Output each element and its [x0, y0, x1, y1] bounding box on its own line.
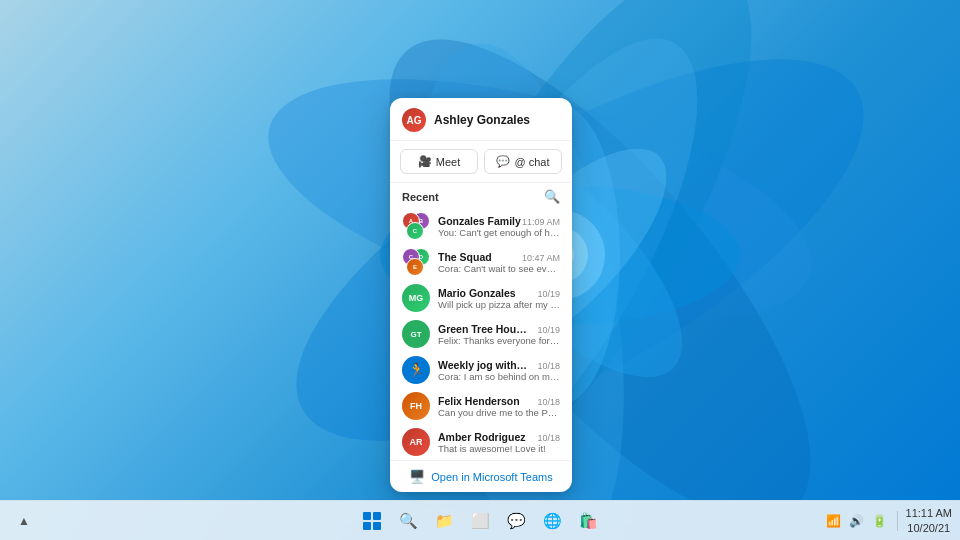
- message-time: 10/18: [537, 397, 560, 407]
- chat-item-content: Felix Henderson 10/18 Can you drive me t…: [438, 395, 560, 418]
- chat-item-content: Mario Gonzales 10/19 Will pick up pizza …: [438, 287, 560, 310]
- meet-button[interactable]: 🎥 Meet: [400, 149, 478, 174]
- message-time: 10:47 AM: [522, 253, 560, 263]
- contact-name: Green Tree House PTA: [438, 323, 528, 335]
- contact-avatar: 🏃: [402, 356, 430, 384]
- open-teams-button[interactable]: 🖥️ Open in Microsoft Teams: [390, 460, 572, 492]
- tray-icons: 📶 🔊 🔋: [824, 512, 889, 530]
- message-preview: Felix: Thanks everyone for attending tod…: [438, 335, 560, 346]
- tray-divider: [897, 511, 898, 531]
- teams-icon: 🖥️: [409, 469, 425, 484]
- recent-header: Recent 🔍: [390, 183, 572, 208]
- battery-icon[interactable]: 🔋: [870, 512, 889, 530]
- message-time: 11:09 AM: [522, 217, 560, 227]
- message-time: 10/18: [537, 433, 560, 443]
- contact-name: Felix Henderson: [438, 395, 520, 407]
- meet-label: Meet: [436, 156, 460, 168]
- group-avatar: C D E: [402, 248, 430, 276]
- chat-item-content: The Squad 10:47 AM Cora: Can't wait to s…: [438, 251, 560, 274]
- wifi-icon[interactable]: 📶: [824, 512, 843, 530]
- contact-name: Amber Rodriguez: [438, 431, 526, 443]
- message-time: 10/19: [537, 289, 560, 299]
- conversation-list: A B C Gonzales Family 11:09 AM You: Can'…: [390, 208, 572, 460]
- recent-label: Recent: [402, 191, 439, 203]
- group-avatar: A B C: [402, 212, 430, 240]
- chat-item-content: Weekly jog with Cora 10/18 Cora: I am so…: [438, 359, 560, 382]
- contact-name: Mario Gonzales: [438, 287, 516, 299]
- contact-avatar: FH: [402, 392, 430, 420]
- snap-layouts-button[interactable]: ⬜: [464, 505, 496, 537]
- message-preview: You: Can't get enough of her.: [438, 227, 560, 238]
- chat-icon: 💬: [496, 155, 510, 168]
- list-item[interactable]: C D E The Squad 10:47 AM Cora: Can't wai…: [390, 244, 572, 280]
- message-preview: Can you drive me to the PTA today?: [438, 407, 560, 418]
- list-item[interactable]: AR Amber Rodriguez 10/18 That is awesome…: [390, 424, 572, 460]
- start-button[interactable]: [356, 505, 388, 537]
- edge-button[interactable]: 🌐: [536, 505, 568, 537]
- contact-name: The Squad: [438, 251, 492, 263]
- message-preview: Cora: Can't wait to see everyone!: [438, 263, 560, 274]
- contact-avatar: MG: [402, 284, 430, 312]
- system-tray: 📶 🔊 🔋 11:11 AM 10/20/21: [824, 506, 960, 535]
- contact-avatar: AR: [402, 428, 430, 456]
- chat-item-content: Amber Rodriguez 10/18 That is awesome! L…: [438, 431, 560, 454]
- clock[interactable]: 11:11 AM 10/20/21: [906, 506, 952, 535]
- action-buttons: 🎥 Meet 💬 @ chat: [390, 141, 572, 183]
- current-time: 11:11 AM: [906, 506, 952, 520]
- volume-icon[interactable]: 🔊: [847, 512, 866, 530]
- message-preview: That is awesome! Love it!: [438, 443, 560, 454]
- chevron-up-icon[interactable]: ▲: [8, 505, 40, 537]
- search-button[interactable]: 🔍: [392, 505, 424, 537]
- message-time: 10/19: [537, 325, 560, 335]
- taskbar: ▲ 🔍 📁 ⬜ 💬 🌐 🛍️ 📶: [0, 500, 960, 540]
- svg-point-0: [243, 0, 917, 514]
- chat-popup: AG Ashley Gonzales 🎥 Meet 💬 @ chat Recen…: [390, 98, 572, 492]
- video-icon: 🎥: [418, 155, 432, 168]
- teams-chat-button[interactable]: 💬: [500, 505, 532, 537]
- contact-name: Gonzales Family: [438, 215, 521, 227]
- chat-item-content: Gonzales Family 11:09 AM You: Can't get …: [438, 215, 560, 238]
- message-preview: Will pick up pizza after my practice.: [438, 299, 560, 310]
- file-explorer-button[interactable]: 📁: [428, 505, 460, 537]
- user-name: Ashley Gonzales: [434, 113, 530, 127]
- windows-logo: [363, 512, 381, 530]
- message-time: 10/18: [537, 361, 560, 371]
- user-avatar: AG: [402, 108, 426, 132]
- chat-label: @ chat: [514, 156, 549, 168]
- chat-popup-header: AG Ashley Gonzales: [390, 98, 572, 141]
- contact-avatar: GT: [402, 320, 430, 348]
- list-item[interactable]: GT Green Tree House PTA 10/19 Felix: Tha…: [390, 316, 572, 352]
- search-icon[interactable]: 🔍: [544, 189, 560, 204]
- desktop: AG Ashley Gonzales 🎥 Meet 💬 @ chat Recen…: [0, 0, 960, 540]
- contact-name: Weekly jog with Cora: [438, 359, 528, 371]
- list-item[interactable]: FH Felix Henderson 10/18 Can you drive m…: [390, 388, 572, 424]
- chat-item-content: Green Tree House PTA 10/19 Felix: Thanks…: [438, 323, 560, 346]
- open-teams-label: Open in Microsoft Teams: [431, 471, 552, 483]
- list-item[interactable]: A B C Gonzales Family 11:09 AM You: Can'…: [390, 208, 572, 244]
- message-preview: Cora: I am so behind on my step goals.: [438, 371, 560, 382]
- chat-button[interactable]: 💬 @ chat: [484, 149, 562, 174]
- taskbar-center: 🔍 📁 ⬜ 💬 🌐 🛍️: [356, 505, 604, 537]
- current-date: 10/20/21: [906, 521, 952, 535]
- store-button[interactable]: 🛍️: [572, 505, 604, 537]
- list-item[interactable]: MG Mario Gonzales 10/19 Will pick up piz…: [390, 280, 572, 316]
- taskbar-left: ▲: [0, 505, 40, 537]
- list-item[interactable]: 🏃 Weekly jog with Cora 10/18 Cora: I am …: [390, 352, 572, 388]
